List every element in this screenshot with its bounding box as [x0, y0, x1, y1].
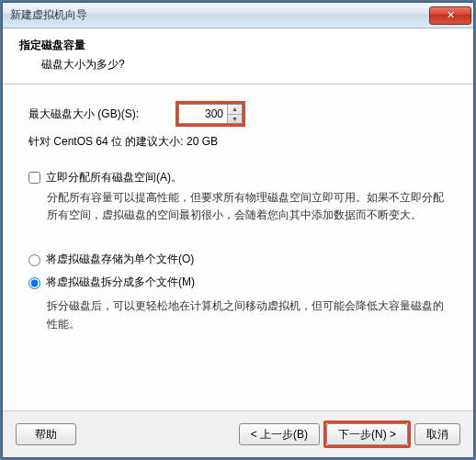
allocate-description: 分配所有容量可以提高性能，但要求所有物理磁盘空间立即可用。如果不立即分配所有空间…	[28, 189, 448, 224]
wizard-content: 最大磁盘大小 (GB)(S): ▲ ▼ 针对 CentOS 64 位 的建议大小…	[3, 84, 473, 410]
storage-single-label: 将虚拟磁盘存储为单个文件(O)	[46, 252, 194, 267]
storage-single-radio[interactable]	[28, 254, 40, 266]
disk-size-input[interactable]	[179, 105, 227, 123]
recommended-size-text: 针对 CentOS 64 位 的建议大小: 20 GB	[28, 134, 448, 150]
window-title: 新建虚拟机向导	[10, 7, 429, 23]
storage-split-description: 拆分磁盘后，可以更轻松地在计算机之间移动虚拟机，但可能会降低大容量磁盘的性能。	[28, 297, 448, 332]
wizard-window: 新建虚拟机向导 ✕ 指定磁盘容量 磁盘大小为多少? 最大磁盘大小 (GB)(S)…	[2, 2, 474, 458]
allocate-checkbox-label: 立即分配所有磁盘空间(A)。	[46, 170, 182, 185]
cancel-button[interactable]: 取消	[414, 423, 460, 445]
spinner-arrows: ▲ ▼	[227, 105, 242, 123]
next-button[interactable]: 下一步(N) >	[326, 423, 408, 445]
storage-split-label: 将虚拟磁盘拆分成多个文件(M)	[46, 275, 195, 290]
spinner-down-icon[interactable]: ▼	[228, 115, 242, 124]
disk-size-row: 最大磁盘大小 (GB)(S): ▲ ▼	[28, 101, 448, 127]
wizard-footer: 帮助 < 上一步(B) 下一步(N) > 取消	[3, 410, 473, 457]
page-title: 指定磁盘容量	[19, 38, 457, 53]
next-highlight-box: 下一步(N) >	[323, 421, 411, 448]
storage-split-row: 将虚拟磁盘拆分成多个文件(M)	[28, 275, 448, 290]
help-button[interactable]: 帮助	[16, 423, 76, 445]
page-subtitle: 磁盘大小为多少?	[19, 57, 457, 73]
storage-split-radio[interactable]	[28, 277, 40, 289]
highlight-box: ▲ ▼	[176, 101, 245, 127]
titlebar: 新建虚拟机向导 ✕	[3, 3, 473, 28]
disk-size-label: 最大磁盘大小 (GB)(S):	[28, 107, 176, 122]
close-button[interactable]: ✕	[429, 6, 471, 25]
allocate-checkbox[interactable]	[28, 172, 40, 184]
back-button[interactable]: < 上一步(B)	[239, 423, 320, 445]
storage-single-row: 将虚拟磁盘存储为单个文件(O)	[28, 252, 448, 267]
wizard-header: 指定磁盘容量 磁盘大小为多少?	[3, 28, 473, 84]
allocate-checkbox-row: 立即分配所有磁盘空间(A)。	[28, 170, 448, 185]
disk-size-spinner[interactable]: ▲ ▼	[178, 104, 243, 124]
spinner-up-icon[interactable]: ▲	[228, 105, 242, 115]
